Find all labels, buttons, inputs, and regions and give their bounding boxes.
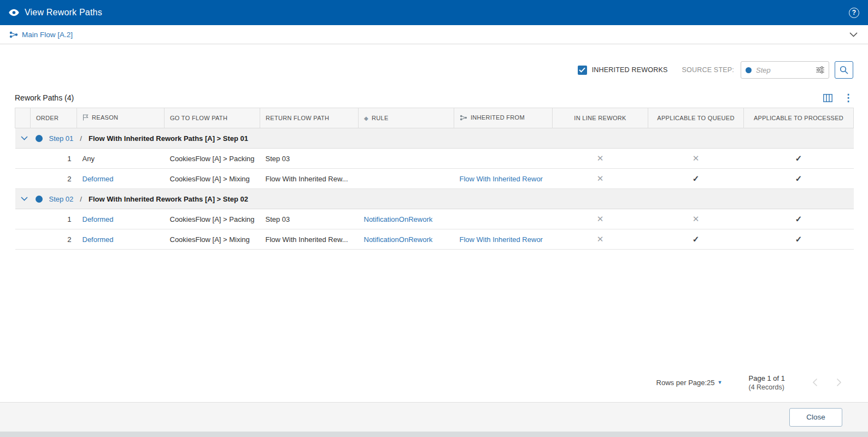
return-cell: Step 03	[260, 149, 359, 169]
group-path: Flow With Inherited Rework Paths [A] > S…	[89, 134, 248, 143]
dialog-header: View Rework Paths ?	[0, 0, 868, 25]
inherited-from-link[interactable]: Flow With Inherited Rewor	[460, 175, 543, 183]
main-content: INHERITED REWORKS SOURCE STEP: Rework Pa…	[0, 61, 868, 250]
inherited-reworks-toggle[interactable]: INHERITED REWORKS	[578, 66, 668, 75]
eye-icon	[9, 9, 19, 16]
page-title: View Rework Paths	[25, 8, 102, 17]
inherited-cell: Flow With Inherited Rewor	[454, 169, 553, 189]
rule-cell: NotificationOnRework	[359, 209, 454, 229]
header-expand	[15, 108, 31, 128]
group-separator: /	[80, 134, 82, 143]
page-info-block: Page 1 of 1 (4 Records)	[749, 374, 785, 391]
inherited-reworks-checkbox[interactable]	[578, 66, 587, 75]
group-row-step-02: Step 02 / Flow With Inherited Rework Pat…	[15, 189, 854, 209]
header-go-to-flow-path[interactable]: GO TO FLOW PATH	[165, 108, 260, 128]
step-link[interactable]: Step 02	[49, 195, 74, 203]
check-icon: ✓	[795, 153, 802, 163]
header-reason[interactable]: REASON	[77, 108, 165, 128]
rule-cell	[359, 149, 454, 169]
pager-arrows	[811, 377, 843, 388]
header-rule[interactable]: ◆RULE	[359, 108, 454, 128]
rule-link[interactable]: NotificationOnRework	[364, 235, 433, 244]
chevron-right-icon[interactable]	[835, 377, 843, 388]
advanced-filter-icon[interactable]	[816, 66, 824, 74]
chevron-down-icon[interactable]	[848, 31, 859, 38]
return-cell: Flow With Inherited Rew...	[260, 169, 359, 189]
search-button[interactable]	[835, 61, 853, 79]
breadcrumb-main-flow-link[interactable]: Main Flow [A.2]	[22, 31, 73, 39]
rows-per-page-dropdown[interactable]: Rows per Page:25 ▼	[656, 379, 723, 387]
header-in-line-rework[interactable]: IN LINE REWORK	[553, 108, 648, 128]
table-title-row: Rework Paths (4) ⋮	[15, 93, 853, 102]
inherited-from-link[interactable]: Flow With Inherited Rewor	[460, 235, 543, 244]
search-icon	[840, 66, 848, 74]
return-cell: Flow With Inherited Rew...	[260, 229, 359, 250]
rework-paths-table: ORDER REASON GO TO FLOW PATH RETURN FLOW…	[15, 108, 854, 250]
caret-down-icon: ▼	[718, 380, 723, 385]
x-icon: ✕	[597, 234, 604, 244]
chevron-down-icon[interactable]	[20, 196, 29, 202]
inherited-cell	[454, 149, 553, 169]
step-dot-icon	[36, 196, 43, 203]
applicable-processed-cell: ✓	[744, 229, 854, 250]
dialog-header-left: View Rework Paths	[9, 8, 102, 17]
reason-cell: Deformed	[77, 209, 165, 229]
rule-cell: NotificationOnRework	[359, 229, 454, 250]
x-icon: ✕	[597, 214, 604, 224]
source-step-field[interactable]	[741, 61, 829, 79]
table-row: 2 Deformed CookiesFlow [A] > Mixing Flow…	[15, 169, 854, 189]
step-dot-icon	[36, 135, 43, 142]
rows-per-page-value: 25	[707, 379, 714, 387]
goto-cell: CookiesFlow [A] > Mixing	[165, 169, 260, 189]
chevron-down-icon[interactable]	[20, 135, 29, 141]
in-line-rework-cell: ✕	[553, 229, 648, 250]
records-info: (4 Records)	[749, 383, 785, 391]
applicable-processed-cell: ✓	[744, 169, 854, 189]
applicable-queued-cell: ✓	[648, 169, 744, 189]
header-inherited-from[interactable]: INHERITED FROM	[454, 108, 553, 128]
column-chooser-icon[interactable]	[823, 94, 832, 102]
order-cell: 2	[31, 169, 77, 189]
group-path: Flow With Inherited Rework Paths [A] > S…	[89, 195, 248, 203]
rule-cell	[359, 169, 454, 189]
header-order[interactable]: ORDER	[31, 108, 77, 128]
source-step-label: SOURCE STEP:	[682, 66, 734, 74]
flag-icon	[83, 114, 89, 121]
applicable-queued-cell: ✕	[648, 149, 744, 169]
inherited-cell	[454, 209, 553, 229]
reason-cell: Deformed	[77, 169, 165, 189]
reason-link[interactable]: Deformed	[83, 175, 114, 183]
pagination: Rows per Page:25 ▼ Page 1 of 1 (4 Record…	[656, 374, 843, 391]
group-separator: /	[80, 195, 82, 203]
header-return-flow-path[interactable]: RETURN FLOW PATH	[260, 108, 359, 128]
chevron-left-icon[interactable]	[811, 377, 819, 388]
x-icon: ✕	[693, 214, 700, 224]
header-applicable-to-processed[interactable]: APPLICABLE TO PROCESSED	[744, 108, 854, 128]
rule-link[interactable]: NotificationOnRework	[364, 215, 433, 223]
applicable-processed-cell: ✓	[744, 149, 854, 169]
source-step-input[interactable]	[756, 66, 812, 74]
in-line-rework-cell: ✕	[553, 169, 648, 189]
flow-icon	[460, 115, 467, 121]
close-button[interactable]: Close	[789, 408, 842, 427]
dialog-footer: Close	[0, 402, 868, 432]
check-icon: ✓	[795, 174, 802, 184]
reason-link[interactable]: Deformed	[83, 215, 114, 223]
step-entity-icon	[746, 67, 752, 73]
table-row: 1 Any CookiesFlow [A] > Packing Step 03 …	[15, 149, 854, 169]
help-icon[interactable]: ?	[849, 8, 859, 18]
return-cell: Step 03	[260, 209, 359, 229]
in-line-rework-cell: ✕	[553, 209, 648, 229]
check-icon: ✓	[693, 234, 700, 244]
applicable-queued-cell: ✓	[648, 229, 744, 250]
header-applicable-to-queued[interactable]: APPLICABLE TO QUEUED	[648, 108, 744, 128]
inherited-cell: Flow With Inherited Rewor	[454, 229, 553, 250]
reason-link[interactable]: Deformed	[83, 235, 114, 244]
kebab-menu-icon[interactable]: ⋮	[843, 94, 853, 102]
filter-row: INHERITED REWORKS SOURCE STEP:	[15, 61, 853, 79]
step-link[interactable]: Step 01	[49, 134, 74, 143]
check-icon: ✓	[795, 234, 802, 244]
order-cell: 1	[31, 149, 77, 169]
page-info: Page 1 of 1	[749, 374, 785, 383]
flow-icon	[9, 31, 18, 38]
